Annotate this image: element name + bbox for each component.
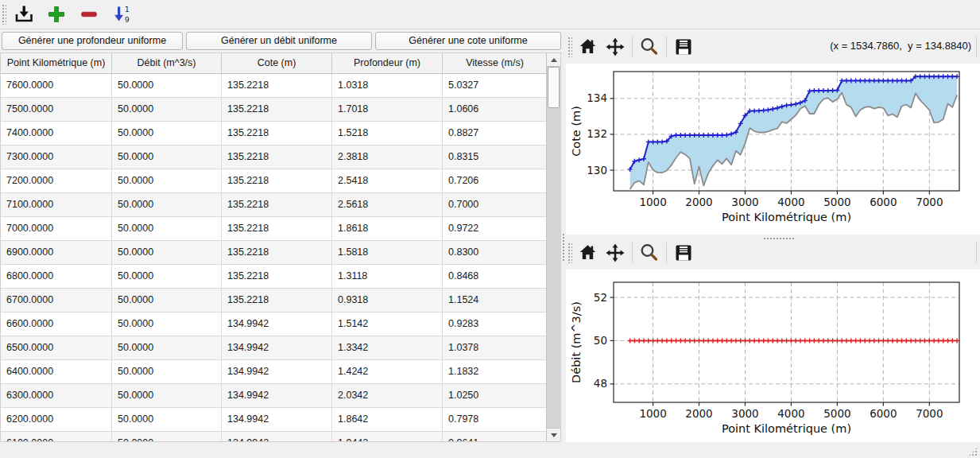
table-cell[interactable]: 135.2218 <box>222 289 332 312</box>
home-button[interactable] <box>577 36 599 58</box>
table-cell[interactable]: 135.2218 <box>222 265 332 289</box>
table-cell[interactable]: 135.2218 <box>222 241 332 265</box>
table-cell[interactable]: 50.0000 <box>112 265 222 289</box>
table-cell[interactable]: 7400.0000 <box>1 122 112 146</box>
table-cell[interactable]: 7200.0000 <box>1 169 112 193</box>
column-header[interactable]: Débit (m^3/s) <box>112 53 222 74</box>
table-cell[interactable]: 6300.0000 <box>1 384 112 408</box>
table-cell[interactable]: 135.2218 <box>222 193 332 217</box>
table-cell[interactable]: 135.2218 <box>222 98 332 122</box>
table-cell[interactable]: 1.1524 <box>443 289 548 312</box>
table-cell[interactable]: 1.3342 <box>332 336 443 360</box>
table-cell[interactable]: 1.0318 <box>332 74 443 98</box>
table-cell[interactable]: 1.5218 <box>332 122 443 146</box>
pan-button[interactable] <box>604 36 626 58</box>
table-cell[interactable]: 50.0000 <box>112 98 222 122</box>
table-cell[interactable]: 50.0000 <box>112 241 222 265</box>
table-cell[interactable]: 1.0250 <box>443 384 548 408</box>
sort-rows-button[interactable]: 1 9 <box>109 2 134 26</box>
column-header[interactable]: Profondeur (m) <box>332 53 443 74</box>
column-header[interactable]: Vitesse (m/s) <box>443 53 548 74</box>
table-cell[interactable]: 1.4242 <box>332 360 443 384</box>
table-cell[interactable]: 1.1832 <box>443 360 548 384</box>
zoom-button[interactable] <box>638 36 660 58</box>
table-cell[interactable]: 0.9722 <box>443 217 548 241</box>
table-cell[interactable]: 1.0378 <box>443 336 548 360</box>
table-cell[interactable]: 0.8468 <box>443 265 548 289</box>
table-cell[interactable]: 2.3818 <box>332 146 443 169</box>
table-cell[interactable]: 2.5418 <box>332 169 443 193</box>
table-cell[interactable]: 50.0000 <box>112 384 222 408</box>
import-button[interactable] <box>11 2 37 26</box>
table-cell[interactable]: 50.0000 <box>112 217 222 241</box>
add-row-button[interactable] <box>44 2 69 26</box>
table-cell[interactable]: 0.7978 <box>443 408 548 432</box>
table-cell[interactable]: 0.9641 <box>443 432 548 442</box>
table-cell[interactable]: 6600.0000 <box>1 312 112 336</box>
toolbar-drag-handle[interactable] <box>567 37 572 57</box>
save-figure-button[interactable] <box>672 242 695 264</box>
table-cell[interactable]: 1.8618 <box>332 217 443 241</box>
table-cell[interactable]: 50.0000 <box>112 193 222 217</box>
table-cell[interactable]: 0.7206 <box>443 169 548 193</box>
generate-level-button[interactable]: Générer une cote uniforme <box>375 32 561 50</box>
table-cell[interactable]: 7100.0000 <box>1 193 112 217</box>
discharge-chart[interactable]: 1000200030004000500060007000485052Point … <box>566 270 980 444</box>
table-cell[interactable]: 134.9942 <box>222 432 332 442</box>
table-cell[interactable]: 7300.0000 <box>1 146 112 169</box>
table-cell[interactable]: 2.5618 <box>332 193 443 217</box>
table-cell[interactable]: 0.9283 <box>443 312 548 336</box>
table-cell[interactable]: 50.0000 <box>112 432 222 442</box>
toolbar-drag-handle[interactable] <box>2 4 6 25</box>
table-vertical-scrollbar[interactable] <box>546 53 560 441</box>
table-cell[interactable]: 1.8642 <box>332 408 443 432</box>
table-cell[interactable]: 0.7000 <box>443 193 548 217</box>
table-cell[interactable]: 50.0000 <box>112 146 222 169</box>
window-resize-grip[interactable] <box>968 447 978 456</box>
table-cell[interactable]: 50.0000 <box>112 74 222 98</box>
table-cell[interactable]: 50.0000 <box>112 122 222 146</box>
table-cell[interactable]: 135.2218 <box>222 74 332 98</box>
table-cell[interactable]: 135.2218 <box>222 169 332 193</box>
splitter-grip-icon[interactable] <box>763 237 795 241</box>
table-cell[interactable]: 7000.0000 <box>1 217 112 241</box>
table-cell[interactable]: 50.0000 <box>112 289 222 312</box>
table-cell[interactable]: 6200.0000 <box>1 408 112 432</box>
table-cell[interactable]: 50.0000 <box>112 312 222 336</box>
table-cell[interactable]: 0.8315 <box>443 146 548 169</box>
table-cell[interactable]: 1.5818 <box>332 241 443 265</box>
table-cell[interactable]: 6700.0000 <box>1 289 112 312</box>
table-cell[interactable]: 1.0606 <box>443 98 548 122</box>
table-cell[interactable]: 1.9442 <box>332 432 443 442</box>
scroll-up-button[interactable] <box>547 53 560 67</box>
toolbar-drag-handle[interactable] <box>567 243 572 263</box>
table-cell[interactable]: 7500.0000 <box>1 98 112 122</box>
save-figure-button[interactable] <box>672 36 695 58</box>
table-cell[interactable]: 2.0342 <box>332 384 443 408</box>
scroll-down-button[interactable] <box>547 428 560 441</box>
water-profile-chart[interactable]: 1000200030004000500060007000130132134Poi… <box>566 64 980 235</box>
table-cell[interactable]: 1.5142 <box>332 312 443 336</box>
home-button[interactable] <box>577 242 599 264</box>
table-cell[interactable]: 50.0000 <box>112 360 222 384</box>
table-cell[interactable]: 50.0000 <box>112 336 222 360</box>
table-cell[interactable]: 6800.0000 <box>1 265 112 289</box>
zoom-button[interactable] <box>638 242 660 264</box>
column-header[interactable]: Point Kilométrique (m) <box>1 53 112 74</box>
column-header[interactable]: Cote (m) <box>222 53 332 74</box>
table-cell[interactable]: 5.0327 <box>443 74 548 98</box>
table-cell[interactable]: 50.0000 <box>112 408 222 432</box>
scroll-thumb[interactable] <box>548 67 560 108</box>
table-cell[interactable]: 134.9942 <box>222 336 332 360</box>
table-cell[interactable]: 134.9942 <box>222 360 332 384</box>
remove-row-button[interactable] <box>76 2 102 26</box>
table-cell[interactable]: 6100.0000 <box>1 432 112 442</box>
generate-depth-button[interactable]: Générer une profondeur uniforme <box>2 32 183 50</box>
table-cell[interactable]: 134.9942 <box>222 384 332 408</box>
table-cell[interactable]: 0.8300 <box>443 241 548 265</box>
table-cell[interactable]: 135.2218 <box>222 146 332 169</box>
table-cell[interactable]: 134.9942 <box>222 408 332 432</box>
table-cell[interactable]: 1.7018 <box>332 98 443 122</box>
table-cell[interactable]: 6900.0000 <box>1 241 112 265</box>
table-cell[interactable]: 0.8827 <box>443 122 548 146</box>
